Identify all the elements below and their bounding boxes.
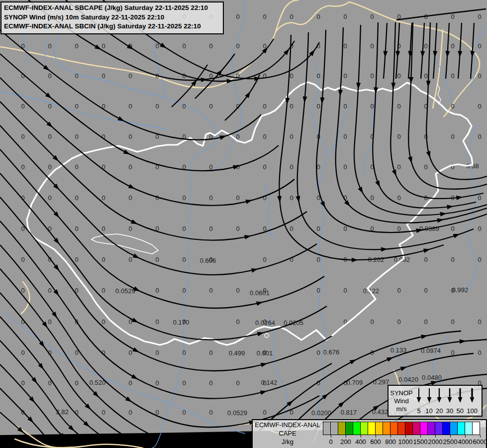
grid-value: 0 [75,163,78,171]
grid-value: 0 [478,133,481,140]
grid-value: 0 [343,72,347,80]
grid-value: 0 [48,42,51,50]
grid-value: 0 [209,42,212,50]
grid-value: 0 [478,103,481,110]
grid-value: 0 [128,133,132,140]
cape-color-swatch [420,422,428,435]
special-value: 0.0420 [398,376,418,383]
wind-speed-label: 10 [425,408,432,415]
grid-value: 0 [451,349,454,356]
grid-value: 0 [128,379,132,387]
grid-value: 0 [263,194,266,202]
cape-color-swatch [397,422,405,435]
special-value: 0.817 [341,409,357,416]
grid-value: 0 [316,163,320,171]
wind-down-arrow-icon [457,388,464,403]
grid-value: 0 [128,256,132,263]
grid-value: 0 [101,225,105,232]
cape-tick-label: 2000 [428,438,443,446]
grid-value: 0 [451,103,454,110]
grid-value: 0 [155,349,159,356]
grid-value: 0 [75,225,78,232]
cape-color-swatch [338,422,346,435]
grid-value: 0 [128,72,132,80]
wind-speed-label: 20 [436,408,443,415]
grid-value: 0 [397,163,400,171]
grid-value: 0 [48,103,51,110]
grid-value: 0 [478,318,481,326]
special-value: 0.142 [261,379,278,386]
grid-value: 0 [101,409,105,416]
grid-value: 0 [128,225,132,232]
wind-speed-item: 5 [415,388,422,415]
grid-value: 0 [343,103,347,110]
grid-value: 0 [182,103,186,110]
grid-value: 0 [155,103,159,110]
grid-value: 0 [21,163,24,171]
grid-value: 0 [182,409,186,416]
grid-value: 0 [478,349,481,356]
grid-value: 0 [48,72,51,80]
map-svg: 0000000000000000000000000000000000000000… [0,0,487,448]
grid-value: 0 [75,72,78,80]
grid-value: 0 [316,287,320,294]
grid-value: 0 [128,349,132,356]
grid-value: 0 [343,13,347,20]
grid-value: 0 [370,194,374,202]
cape-legend-units: J/kg [254,438,321,446]
grid-value: 0 [182,287,186,294]
grid-value: 0 [21,256,24,263]
special-value: 0.170 [173,319,190,326]
title-line-wind: SYNOP Wind (m/s) 10m Saturday 22-11-2025… [4,13,219,22]
grid-value: 0 [182,379,186,387]
grid-value: 0 [451,163,454,171]
grid-value: 0 [316,13,320,20]
grid-value: 0 [478,13,481,20]
grid-value: 0 [75,256,78,263]
title-line-sbcape: ECMWF-INDEX-ANAL SBCAPE (J/kg) Saturday … [4,3,219,13]
grid-value: 0 [451,256,454,263]
cape-color-swatch [353,422,361,435]
grid-value: 0 [155,256,159,263]
cape-tick-mark [450,435,451,438]
grid-value: 0 [370,13,374,20]
grid-value: 0 [397,318,400,326]
cape-tick-mark [435,435,436,438]
cape-tick-label: 400 [355,438,366,446]
wind-speed-item: 30 [446,388,453,415]
special-value: 0.0601 [250,289,270,297]
cape-color-swatch [442,422,450,435]
grid-value: 0 [316,256,320,263]
grid-value: 0 [451,13,454,20]
wind-speed-item: 100 [467,388,478,415]
wind-legend-units: m/s [389,405,414,413]
grid-value: 0 [478,194,481,202]
cape-color-swatch [360,422,368,435]
cape-color-swatch [323,422,331,435]
wind-speed-item: 20 [436,388,443,415]
special-value: 0.606 [200,257,216,264]
wind-legend-text: SYNOP Wind m/s [389,386,414,416]
cape-tick-label: 4000 [458,438,473,446]
grid-value: 0 [21,133,24,140]
cape-tick-label: 1000 [398,438,413,446]
grid-value: 0 [397,133,400,140]
cape-tick-mark [465,435,466,438]
cape-color-swatch [383,422,390,435]
grid-value: 0 [263,13,266,20]
cape-color-scale [323,422,480,435]
grid-value: 0 [21,103,24,110]
wind-speed-label: 50 [457,408,464,415]
grid-value: 0 [370,72,374,80]
grid-value: 0 [128,194,132,202]
grid-value: 0 [316,225,320,232]
grid-value: 0 [101,194,105,202]
special-value: 0.0200 [311,409,331,417]
cape-legend-title: ECMWF-INDEX-ANAL [254,421,321,429]
special-value: 0.676 [323,348,340,356]
cape-color-swatch [472,422,480,435]
wind-speed-label: 30 [446,408,453,415]
grid-value: 0 [451,318,454,326]
grid-value: 0 [343,163,347,171]
grid-value: 0 [48,318,51,326]
